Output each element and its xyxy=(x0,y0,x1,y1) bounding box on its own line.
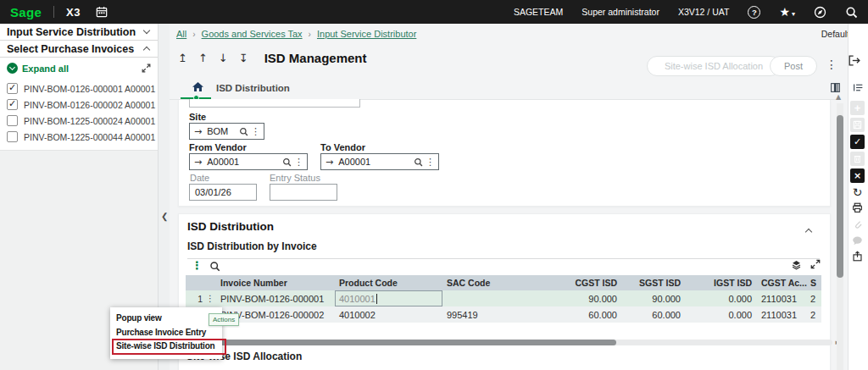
home-tab[interactable] xyxy=(192,81,204,92)
sidebar-section-module[interactable]: Input Service Distribution xyxy=(0,24,158,41)
checkbox[interactable] xyxy=(7,131,18,142)
site-field[interactable]: → BOM ⋮ xyxy=(189,123,264,140)
print-button[interactable] xyxy=(850,201,865,215)
cell-s[interactable]: 2 xyxy=(808,310,821,320)
share-button[interactable] xyxy=(850,249,865,263)
checkbox[interactable] xyxy=(7,115,18,126)
table-row[interactable]: 1 ⋮ PINV-BOM-0126-000001 4010001 90.000 … xyxy=(186,290,821,306)
more-actions-icon[interactable]: ⋮ xyxy=(826,58,837,71)
grid-actions-icon[interactable]: ⋮ xyxy=(192,259,203,272)
col-s-truncated[interactable]: S xyxy=(808,278,821,288)
col-igst-isd[interactable]: IGST ISD xyxy=(687,278,759,288)
from-vendor-field[interactable]: → A00001 ⋮ xyxy=(189,153,308,170)
menu-item-purchase-invoice-entry[interactable]: Purchase Invoice Entry xyxy=(116,326,214,340)
delete-button[interactable] xyxy=(850,152,865,166)
cell-igst[interactable]: 0.000 xyxy=(687,294,759,304)
help-icon[interactable]: ? xyxy=(748,6,760,19)
calendar-icon[interactable] xyxy=(96,6,108,18)
layers-icon[interactable] xyxy=(791,259,802,270)
cell-cgst-account[interactable]: 2110031 xyxy=(759,310,808,320)
go-first-record-icon[interactable]: ↥ xyxy=(178,52,187,64)
site-value[interactable]: BOM xyxy=(207,126,239,136)
attachment-button[interactable] xyxy=(850,217,865,231)
list-item[interactable]: PINV-BOM-1225-000044 A00001 xyxy=(0,129,158,145)
scrollbar-track[interactable] xyxy=(213,340,833,345)
tunnel-arrow-icon[interactable]: → xyxy=(194,157,202,168)
fullscreen-expand-icon[interactable] xyxy=(142,64,151,73)
breadcrumb-link-isd[interactable]: Input Service Distributor xyxy=(317,29,416,39)
exit-icon[interactable] xyxy=(848,54,861,67)
post-button[interactable]: Post xyxy=(770,56,817,76)
list-item[interactable]: PINV-BOM-0126-000002 A00001 xyxy=(0,97,158,113)
cell-product-editing[interactable]: 4010001 xyxy=(335,290,442,306)
tunnel-arrow-icon[interactable]: → xyxy=(194,126,202,137)
refresh-button[interactable]: ↻ xyxy=(850,185,865,199)
save-button[interactable] xyxy=(850,118,865,132)
search-icon[interactable] xyxy=(239,127,248,136)
go-previous-record-icon[interactable]: ↑ xyxy=(198,52,208,64)
field-actions-icon[interactable]: ⋮ xyxy=(426,157,435,168)
cell-cgst-account[interactable]: 2110031 xyxy=(759,294,808,304)
entry-status-field[interactable] xyxy=(270,184,337,201)
environment-label[interactable]: X3V12 / UAT xyxy=(678,7,730,17)
grid-expand-icon[interactable] xyxy=(810,259,821,269)
row-handle[interactable]: 1 ⋮ xyxy=(186,294,216,304)
cell-sac[interactable]: 995419 xyxy=(442,310,548,320)
col-sac-code[interactable]: SAC Code xyxy=(442,278,548,288)
col-sgst-isd[interactable]: SGST ISD xyxy=(624,278,687,288)
col-invoice-number[interactable]: Invoice Number xyxy=(216,278,335,288)
row-layout-icon[interactable] xyxy=(853,82,864,93)
tab-isd-distribution[interactable]: ISD Distribution xyxy=(216,83,290,93)
breadcrumb-link-gst[interactable]: Goods and Services Tax xyxy=(202,29,303,39)
tunnel-arrow-icon[interactable]: → xyxy=(326,157,333,168)
cell-s[interactable]: 2 xyxy=(808,294,821,304)
col-cgst-isd[interactable]: CGST ISD xyxy=(548,278,624,288)
user-name[interactable]: Super administrator xyxy=(581,7,659,17)
navigation-compass-icon[interactable] xyxy=(814,6,826,19)
section-collapse-button[interactable] xyxy=(806,223,811,238)
scrollbar-thumb[interactable] xyxy=(837,115,843,278)
team-name[interactable]: SAGETEAM xyxy=(514,7,563,17)
expand-all-link[interactable]: Expand all xyxy=(22,64,69,74)
search-icon[interactable] xyxy=(845,6,858,19)
to-vendor-value[interactable]: A00001 xyxy=(338,157,414,167)
field-actions-icon[interactable]: ⋮ xyxy=(251,126,260,137)
grid-search-icon[interactable] xyxy=(209,261,220,272)
sage-logo[interactable]: Sage xyxy=(10,5,42,19)
date-field[interactable]: 03/01/26 xyxy=(189,184,257,201)
cell-igst[interactable]: 0.000 xyxy=(687,310,759,320)
row-actions-icon[interactable]: ⋮ xyxy=(206,294,214,303)
cell-cgst[interactable]: 90.000 xyxy=(548,294,624,304)
cell-invoice[interactable]: PINV-BOM-0126-000001 xyxy=(216,294,335,304)
comments-button[interactable] xyxy=(850,233,865,247)
col-product-code[interactable]: Product Code xyxy=(335,278,442,288)
cell-cgst[interactable]: 60.000 xyxy=(548,310,624,320)
new-record-button[interactable]: + xyxy=(850,101,865,115)
table-row[interactable]: PINV-BOM-0126-000002 4010002 995419 60.0… xyxy=(186,306,821,323)
menu-item-site-wise-isd-distribution[interactable]: Site-wise ISD Distribution xyxy=(116,340,214,354)
field-actions-icon[interactable]: ⋮ xyxy=(294,157,303,168)
go-last-record-icon[interactable]: ↧ xyxy=(239,52,248,64)
checkbox[interactable] xyxy=(7,83,18,94)
cancel-button[interactable]: × xyxy=(850,168,865,183)
column-layout-icon[interactable] xyxy=(830,82,841,93)
search-icon[interactable] xyxy=(414,157,423,167)
search-icon[interactable] xyxy=(282,157,292,167)
clipped-input-field[interactable] xyxy=(189,99,360,108)
product-name[interactable]: X3 xyxy=(66,6,81,19)
col-cgst-account[interactable]: CGST Ac... xyxy=(759,278,808,288)
horizontal-scrollbar[interactable]: ◂ ▸ xyxy=(206,339,839,346)
to-vendor-field[interactable]: → A00001 ⋮ xyxy=(320,153,439,170)
sidebar-collapse-handle[interactable]: ❮ xyxy=(161,212,168,221)
cell-sgst[interactable]: 90.000 xyxy=(624,294,687,304)
vertical-scrollbar[interactable] xyxy=(837,103,843,370)
confirm-button[interactable]: ✓ xyxy=(850,135,865,149)
cell-product[interactable]: 4010002 xyxy=(335,310,442,320)
go-next-record-icon[interactable]: ↓ xyxy=(219,52,228,64)
checkbox[interactable] xyxy=(7,99,18,110)
cell-sgst[interactable]: 60.000 xyxy=(624,310,687,320)
list-item[interactable]: PINV-BOM-0126-000001 A00001 xyxy=(0,80,158,97)
scroll-up-icon[interactable]: ▲ xyxy=(836,93,841,101)
from-vendor-value[interactable]: A00001 xyxy=(207,157,282,167)
menu-item-popup-view[interactable]: Popup view xyxy=(116,312,214,326)
